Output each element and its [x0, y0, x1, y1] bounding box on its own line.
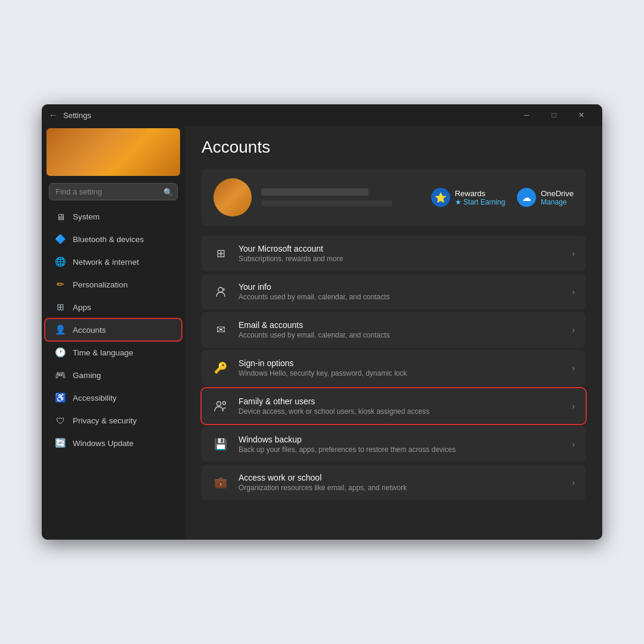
email-accounts-icon: ✉ [212, 321, 229, 338]
settings-item-title: Sign-in options [239, 358, 562, 368]
privacy-icon: 🛡 [55, 415, 66, 426]
rewards-sublabel: ★ Start Earning [455, 198, 505, 206]
close-button[interactable]: ✕ [568, 104, 595, 126]
gaming-icon: 🎮 [55, 370, 66, 380]
svg-point-3 [217, 402, 221, 406]
apps-icon: ⊞ [55, 302, 66, 312]
sidebar-item-accounts[interactable]: 👤 Accounts [45, 319, 181, 340]
rewards-action[interactable]: ⭐ Rewards ★ Start Earning [431, 188, 505, 207]
settings-item-desc: Back up your files, apps, preferences to… [239, 445, 562, 454]
microsoft-account-icon: ⊞ [212, 245, 229, 262]
settings-item-title: Your Microsoft account [239, 244, 562, 253]
rewards-text: Rewards ★ Start Earning [455, 189, 505, 206]
family-users-icon [212, 398, 229, 414]
svg-point-4 [223, 402, 226, 405]
account-name [261, 188, 369, 196]
chevron-right-icon: › [572, 439, 575, 449]
accessibility-icon: ♿ [55, 392, 66, 403]
account-email [261, 200, 392, 206]
rewards-label: Rewards [455, 189, 505, 198]
system-icon: 🖥 [55, 211, 66, 222]
window-title: Settings [63, 111, 513, 120]
onedrive-label: OneDrive [541, 189, 574, 198]
settings-item-desc: Subscriptions, rewards and more [239, 255, 562, 263]
onedrive-text: OneDrive Manage [541, 189, 574, 206]
settings-item-text: Your info Accounts used by email, calend… [239, 282, 562, 301]
search-container: 🔍 [49, 183, 178, 200]
sidebar-item-label: Windows Update [73, 439, 134, 448]
search-input[interactable] [49, 183, 178, 200]
back-button[interactable]: ← [49, 110, 57, 120]
sidebar-item-bluetooth[interactable]: 🔷 Bluetooth & devices [45, 228, 181, 250]
sidebar-item-label: Privacy & security [73, 416, 137, 425]
settings-item-desc: Device access, work or school users, kio… [239, 407, 562, 416]
settings-item-title: Email & accounts [239, 320, 562, 330]
personalization-icon: ✏ [55, 279, 66, 290]
settings-item-family-users[interactable]: Family & other users Device access, work… [202, 388, 586, 424]
settings-item-work-school[interactable]: 💼 Access work or school Organization res… [202, 465, 586, 500]
sidebar-avatar [47, 128, 180, 176]
search-icon[interactable]: 🔍 [163, 187, 173, 196]
sidebar-item-label: Personalization [73, 280, 128, 289]
sidebar-item-update[interactable]: 🔄 Windows Update [45, 432, 181, 454]
sidebar-item-label: Time & language [73, 348, 134, 357]
settings-item-text: Family & other users Device access, work… [239, 397, 562, 416]
settings-item-windows-backup[interactable]: 💾 Windows backup Back up your files, app… [202, 426, 586, 462]
sidebar-item-system[interactable]: 🖥 System [45, 206, 181, 227]
settings-item-desc: Organization resources like email, apps,… [239, 484, 562, 492]
network-icon: 🌐 [55, 256, 66, 267]
sidebar-item-label: Accessibility [73, 394, 117, 402]
onedrive-action[interactable]: ☁ OneDrive Manage [517, 188, 574, 207]
settings-item-title: Windows backup [239, 435, 562, 444]
minimize-button[interactable]: ─ [513, 104, 540, 126]
window-controls: ─ □ ✕ [513, 104, 595, 126]
sidebar-item-label: Network & internet [73, 258, 139, 267]
chevron-right-icon: › [572, 249, 575, 258]
settings-item-text: Access work or school Organization resou… [239, 473, 562, 492]
your-info-icon [212, 283, 229, 300]
settings-item-text: Email & accounts Accounts used by email,… [239, 320, 562, 339]
windows-backup-icon: 💾 [212, 436, 229, 453]
settings-item-microsoft-account[interactable]: ⊞ Your Microsoft account Subscriptions, … [202, 236, 586, 271]
settings-item-email-accounts[interactable]: ✉ Email & accounts Accounts used by emai… [202, 312, 586, 348]
rewards-icon: ⭐ [431, 188, 450, 207]
settings-item-title: Your info [239, 282, 562, 292]
settings-item-your-info[interactable]: Your info Accounts used by email, calend… [202, 274, 586, 309]
hero-actions: ⭐ Rewards ★ Start Earning ☁ OneDrive Man… [431, 188, 574, 207]
settings-window: ← Settings ─ □ ✕ 🔍 🖥 System 🔷 Bluetooth … [42, 104, 602, 540]
content-area: 🔍 🖥 System 🔷 Bluetooth & devices 🌐 Netwo… [42, 126, 602, 540]
chevron-right-icon: › [572, 401, 575, 411]
sidebar-item-privacy[interactable]: 🛡 Privacy & security [45, 410, 181, 431]
maximize-button[interactable]: □ [540, 104, 568, 126]
sidebar-item-accessibility[interactable]: ♿ Accessibility [45, 387, 181, 408]
account-hero: ⭐ Rewards ★ Start Earning ☁ OneDrive Man… [202, 169, 586, 226]
settings-item-text: Your Microsoft account Subscriptions, re… [239, 244, 562, 263]
chevron-right-icon: › [572, 478, 575, 487]
sidebar-item-personalization[interactable]: ✏ Personalization [45, 274, 181, 295]
sidebar-item-label: Apps [73, 303, 91, 312]
sidebar-item-gaming[interactable]: 🎮 Gaming [45, 364, 181, 386]
settings-item-text: Windows backup Back up your files, apps,… [239, 435, 562, 454]
settings-item-sign-in[interactable]: 🔑 Sign-in options Windows Hello, securit… [202, 350, 586, 386]
page-title: Accounts [202, 138, 586, 157]
onedrive-sublabel: Manage [541, 198, 574, 206]
avatar [213, 178, 252, 216]
sign-in-icon: 🔑 [212, 360, 229, 376]
sidebar-item-label: Gaming [73, 371, 101, 380]
svg-point-0 [218, 287, 223, 292]
chevron-right-icon: › [572, 287, 575, 296]
settings-item-title: Family & other users [239, 397, 562, 406]
title-bar: ← Settings ─ □ ✕ [42, 104, 602, 126]
main-panel: Accounts ⭐ Rewards ★ Start Earning [185, 126, 602, 540]
bluetooth-icon: 🔷 [55, 234, 66, 244]
sidebar-item-network[interactable]: 🌐 Network & internet [45, 251, 181, 273]
settings-item-desc: Accounts used by email, calendar, and co… [239, 293, 562, 301]
sidebar-item-apps[interactable]: ⊞ Apps [45, 296, 181, 318]
settings-list: ⊞ Your Microsoft account Subscriptions, … [202, 236, 586, 500]
sidebar: 🔍 🖥 System 🔷 Bluetooth & devices 🌐 Netwo… [42, 126, 185, 540]
chevron-right-icon: › [572, 325, 575, 335]
sidebar-item-label: System [73, 212, 100, 221]
onedrive-icon: ☁ [517, 188, 536, 207]
settings-item-title: Access work or school [239, 473, 562, 482]
sidebar-item-time[interactable]: 🕐 Time & language [45, 342, 181, 363]
